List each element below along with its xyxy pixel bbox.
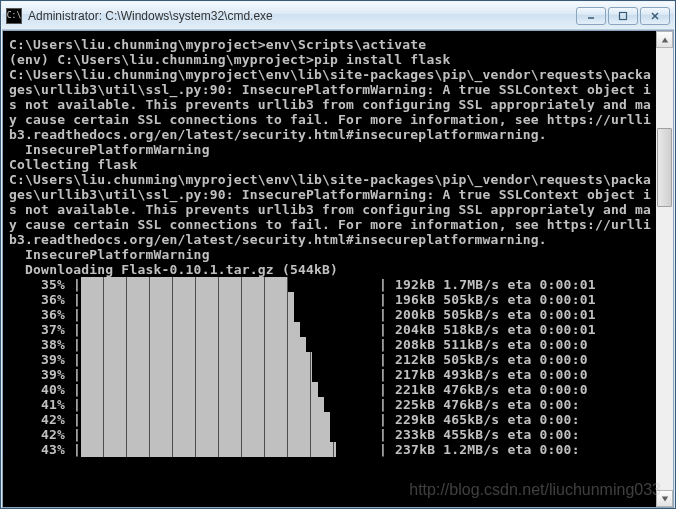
- scrollbar-track[interactable]: [656, 48, 673, 490]
- progress-stat: | 212kB 505kB/s eta 0:00:0: [377, 352, 652, 367]
- progress-pct: 40%: [9, 382, 65, 397]
- console-line: C:\Users\liu.chunming\myproject\env\lib\…: [9, 172, 652, 187]
- progress-bar: [81, 352, 377, 367]
- console-line: y cause certain SSL connections to fail.…: [9, 217, 652, 232]
- progress-bar: [81, 322, 377, 337]
- window-title: Administrator: C:\Windows\system32\cmd.e…: [28, 9, 576, 23]
- progress-sep: |: [65, 277, 81, 292]
- console-area: C:\Users\liu.chunming\myproject>env\Scri…: [2, 30, 674, 508]
- progress-pct: 37%: [9, 322, 65, 337]
- console-line: C:\Users\liu.chunming\myproject>env\Scri…: [9, 37, 652, 52]
- progress-bar-fill: [81, 292, 294, 307]
- progress-sep: |: [65, 382, 81, 397]
- console-line: ges\urllib3\util\ssl_.py:90: InsecurePla…: [9, 187, 652, 202]
- progress-stat: | 192kB 1.7MB/s eta 0:00:01: [377, 277, 652, 292]
- progress-bar-fill: [81, 322, 300, 337]
- console-output[interactable]: C:\Users\liu.chunming\myproject>env\Scri…: [3, 31, 656, 507]
- minimize-button[interactable]: [576, 7, 606, 25]
- progress-line: 36% || 200kB 505kB/s eta 0:00:01: [9, 307, 652, 322]
- console-line: C:\Users\liu.chunming\myproject\env\lib\…: [9, 67, 652, 82]
- progress-sep: |: [65, 367, 81, 382]
- progress-pct: 43%: [9, 442, 65, 457]
- progress-stat: | 196kB 505kB/s eta 0:00:01: [377, 292, 652, 307]
- progress-pct: 39%: [9, 367, 65, 382]
- titlebar[interactable]: C:\ Administrator: C:\Windows\system32\c…: [2, 2, 674, 30]
- progress-line: 39% || 212kB 505kB/s eta 0:00:0: [9, 352, 652, 367]
- progress-bar: [81, 427, 377, 442]
- progress-line: 42% || 229kB 465kB/s eta 0:00:: [9, 412, 652, 427]
- vertical-scrollbar[interactable]: [656, 31, 673, 507]
- console-line: b3.readthedocs.org/en/latest/security.ht…: [9, 232, 652, 247]
- progress-bar: [81, 397, 377, 412]
- console-line: Downloading Flask-0.10.1.tar.gz (544kB): [9, 262, 652, 277]
- progress-bar-fill: [81, 307, 294, 322]
- progress-line: 38% || 208kB 511kB/s eta 0:00:0: [9, 337, 652, 352]
- svg-rect-1: [620, 12, 627, 19]
- progress-line: 43% || 237kB 1.2MB/s eta 0:00:: [9, 442, 652, 457]
- svg-marker-5: [661, 496, 667, 501]
- scrollbar-thumb[interactable]: [657, 128, 672, 208]
- progress-stat: | 217kB 493kB/s eta 0:00:0: [377, 367, 652, 382]
- progress-bar-fill: [81, 442, 336, 457]
- progress-pct: 39%: [9, 352, 65, 367]
- scroll-down-button[interactable]: [656, 490, 673, 507]
- progress-bar-fill: [81, 412, 330, 427]
- scroll-up-button[interactable]: [656, 31, 673, 48]
- progress-stat: | 221kB 476kB/s eta 0:00:0: [377, 382, 652, 397]
- progress-stat: | 208kB 511kB/s eta 0:00:0: [377, 337, 652, 352]
- progress-line: 39% || 217kB 493kB/s eta 0:00:0: [9, 367, 652, 382]
- progress-stat: | 229kB 465kB/s eta 0:00:: [377, 412, 652, 427]
- progress-line: 35% || 192kB 1.7MB/s eta 0:00:01: [9, 277, 652, 292]
- progress-bar: [81, 412, 377, 427]
- window-buttons: [576, 7, 670, 25]
- progress-pct: 36%: [9, 292, 65, 307]
- progress-bar-fill: [81, 427, 330, 442]
- progress-pct: 42%: [9, 427, 65, 442]
- progress-bar-fill: [81, 367, 312, 382]
- progress-bar-fill: [81, 397, 324, 412]
- progress-bar-fill: [81, 277, 288, 292]
- progress-sep: |: [65, 322, 81, 337]
- progress-sep: |: [65, 307, 81, 322]
- close-button[interactable]: [640, 7, 670, 25]
- progress-bar-fill: [81, 382, 318, 397]
- progress-bar-fill: [81, 352, 312, 367]
- console-line: s not available. This prevents urllib3 f…: [9, 202, 652, 217]
- progress-pct: 35%: [9, 277, 65, 292]
- console-line: InsecurePlatformWarning: [9, 247, 652, 262]
- progress-stat: | 204kB 518kB/s eta 0:00:01: [377, 322, 652, 337]
- progress-pct: 42%: [9, 412, 65, 427]
- progress-sep: |: [65, 337, 81, 352]
- progress-line: 40% || 221kB 476kB/s eta 0:00:0: [9, 382, 652, 397]
- console-line: s not available. This prevents urllib3 f…: [9, 97, 652, 112]
- progress-line: 41% || 225kB 476kB/s eta 0:00:: [9, 397, 652, 412]
- progress-sep: |: [65, 442, 81, 457]
- progress-bar: [81, 277, 377, 292]
- progress-bar: [81, 442, 377, 457]
- progress-bar: [81, 382, 377, 397]
- progress-sep: |: [65, 427, 81, 442]
- progress-stat: | 233kB 455kB/s eta 0:00:: [377, 427, 652, 442]
- progress-pct: 36%: [9, 307, 65, 322]
- console-line: b3.readthedocs.org/en/latest/security.ht…: [9, 127, 652, 142]
- progress-sep: |: [65, 397, 81, 412]
- progress-sep: |: [65, 352, 81, 367]
- console-line: (env) C:\Users\liu.chunming\myproject>pi…: [9, 52, 652, 67]
- progress-pct: 41%: [9, 397, 65, 412]
- progress-pct: 38%: [9, 337, 65, 352]
- progress-stat: | 237kB 1.2MB/s eta 0:00:: [377, 442, 652, 457]
- progress-bar: [81, 367, 377, 382]
- progress-line: 37% || 204kB 518kB/s eta 0:00:01: [9, 322, 652, 337]
- svg-marker-4: [661, 37, 667, 42]
- progress-bar-fill: [81, 337, 306, 352]
- console-line: InsecurePlatformWarning: [9, 142, 652, 157]
- progress-bar: [81, 292, 377, 307]
- progress-sep: |: [65, 412, 81, 427]
- window-frame: C:\ Administrator: C:\Windows\system32\c…: [0, 0, 676, 509]
- progress-line: 42% || 233kB 455kB/s eta 0:00:: [9, 427, 652, 442]
- progress-bar: [81, 337, 377, 352]
- progress-stat: | 200kB 505kB/s eta 0:00:01: [377, 307, 652, 322]
- maximize-button[interactable]: [608, 7, 638, 25]
- progress-sep: |: [65, 292, 81, 307]
- console-line: Collecting flask: [9, 157, 652, 172]
